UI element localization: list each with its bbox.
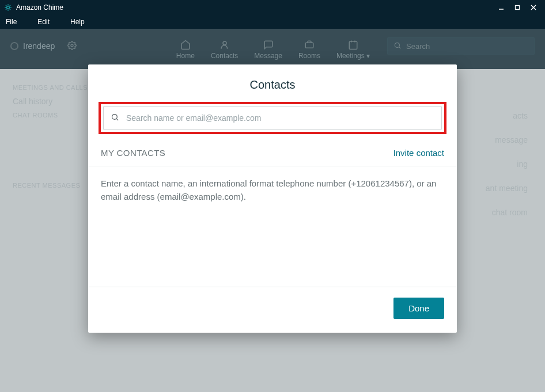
minimize-button[interactable] [493,0,509,15]
invite-contact-link[interactable]: Invite contact [393,148,444,158]
window-title: Amazon Chime [16,3,63,12]
done-button[interactable]: Done [393,298,444,319]
maximize-button[interactable] [509,0,525,15]
svg-rect-10 [516,6,520,10]
contacts-modal: Contacts MY CONTACTS Invite contact Ente… [88,64,457,333]
menubar: File Edit Help [0,15,545,29]
svg-line-7 [6,9,7,10]
close-button[interactable] [525,0,542,15]
app-icon [3,3,13,12]
modal-overlay: Contacts MY CONTACTS Invite contact Ente… [0,29,545,392]
search-icon [111,113,119,123]
svg-line-6 [9,9,10,10]
modal-title: Contacts [88,64,457,102]
my-contacts-label: MY CONTACTS [101,148,165,158]
svg-point-0 [7,6,10,9]
contacts-help-text: Enter a contact name, an international f… [101,177,444,204]
titlebar: Amazon Chime [0,0,545,15]
svg-line-22 [116,119,118,120]
menu-help[interactable]: Help [68,17,87,27]
menu-edit[interactable]: Edit [35,17,52,27]
svg-point-21 [112,115,118,120]
search-highlight-box [99,102,446,134]
contact-search-input[interactable] [126,113,434,123]
app-area: Irendeep Home Contacts Message Rooms [0,29,545,392]
svg-line-5 [6,5,7,6]
svg-line-8 [9,5,10,6]
menu-file[interactable]: File [3,17,19,27]
contact-search-field[interactable] [103,106,442,130]
